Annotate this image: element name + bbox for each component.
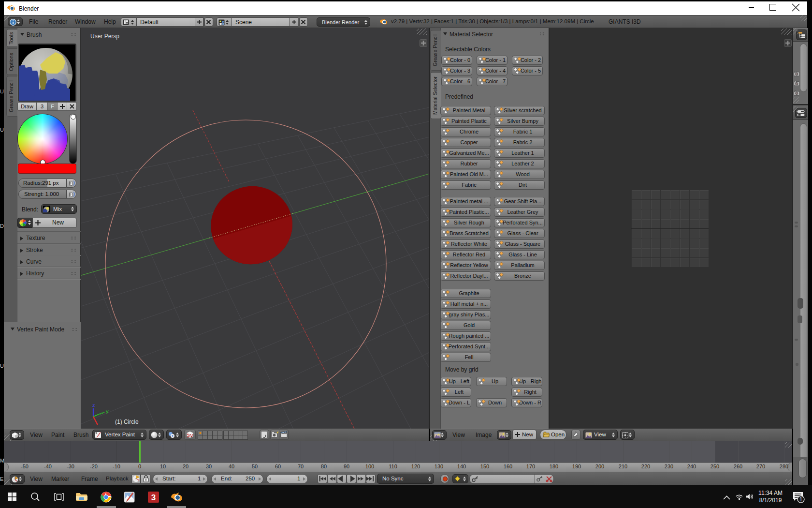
svg-text:y: y <box>106 408 109 414</box>
svg-text:1: 1 <box>799 497 802 502</box>
svg-text:z: z <box>92 402 95 408</box>
svg-text:3: 3 <box>151 493 156 502</box>
